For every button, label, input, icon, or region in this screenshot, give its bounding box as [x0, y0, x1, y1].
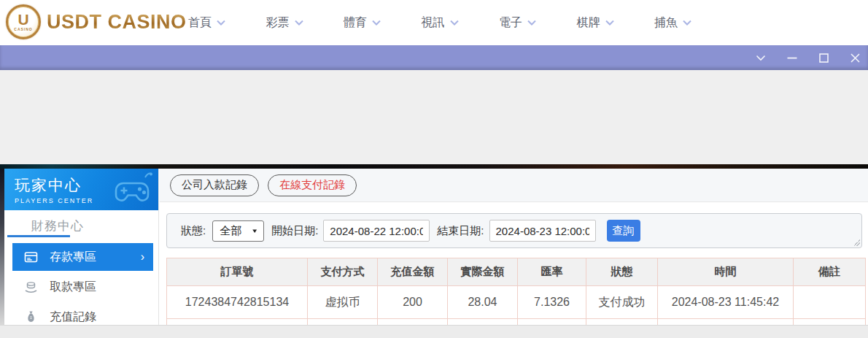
sidebar-item-deposit[interactable]: 存款專區 › — [12, 243, 153, 271]
sidebar-header: 玩家中心 PLAYERS CENTER — [4, 169, 158, 210]
window-controls — [755, 45, 861, 70]
window-minimize-button[interactable] — [786, 52, 798, 64]
sidebar-item-label: 存款專區 — [50, 250, 96, 265]
table-row-partial — [167, 319, 866, 326]
col-time: 時間 — [658, 258, 794, 286]
filter-bar: 狀態: 全部 ▼ 開始日期: 結束日期: 查詢 — [166, 213, 862, 248]
chevron-right-icon: › — [141, 250, 144, 264]
close-icon — [850, 53, 860, 63]
chevron-down-icon — [217, 20, 225, 26]
deposit-card-icon — [24, 250, 38, 264]
money-bag-icon — [24, 310, 38, 323]
minimize-icon — [787, 57, 797, 59]
chevron-down-icon — [450, 20, 459, 26]
window-dropdown-button[interactable] — [755, 52, 767, 64]
nav-item-home[interactable]: 首頁 — [188, 15, 225, 31]
select-caret-icon: ▼ — [251, 228, 258, 234]
cell-order-number: 1724384742815134 — [167, 286, 308, 319]
nav-item-sports[interactable]: 體育 — [344, 15, 381, 31]
resize-grip[interactable] — [853, 239, 860, 246]
brand-emblem-icon: U CASINO — [6, 4, 41, 39]
cell-remark — [794, 286, 866, 319]
footer-band — [0, 325, 868, 338]
players-center-sidebar: 玩家中心 PLAYERS CENTER 財務中心 — [4, 169, 159, 325]
sidebar-item-label: 取款專區 — [50, 280, 96, 295]
main-menu: 首頁 彩票 體育 視訊 電子 棋牌 — [188, 0, 691, 45]
nav-label: 彩票 — [266, 15, 290, 31]
end-date-label: 結束日期: — [437, 224, 484, 238]
section-underline — [7, 235, 70, 237]
record-tabs: 公司入款記錄 在線支付記錄 — [160, 169, 868, 202]
nav-label: 首頁 — [188, 15, 212, 31]
status-select-value: 全部 — [220, 224, 241, 238]
chevron-down-icon — [527, 20, 536, 26]
nav-item-lottery[interactable]: 彩票 — [266, 15, 303, 31]
nav-item-slots[interactable]: 電子 — [499, 15, 536, 31]
chevron-down-icon — [605, 20, 614, 26]
window-titlebar[interactable] — [0, 45, 868, 70]
cell-exchange-rate: 7.1326 — [518, 286, 586, 319]
nav-label: 捕魚 — [654, 15, 678, 31]
chevron-down-icon — [372, 20, 381, 26]
brand-name: USDT CASINO — [47, 11, 187, 34]
emblem-caption: CASINO — [14, 27, 32, 31]
chevron-down-icon — [683, 20, 691, 26]
start-date-input[interactable] — [323, 220, 430, 242]
sidebar-section-finance: 財務中心 — [4, 210, 158, 237]
brand-logo[interactable]: U CASINO USDT CASINO — [6, 4, 187, 39]
sidebar-item-label: 充值記錄 — [50, 310, 96, 325]
nav-item-cards[interactable]: 棋牌 — [577, 15, 614, 31]
payment-records-table: 訂單號 支付方式 充值金額 實際金額 匯率 狀態 時間 備註 172438474… — [166, 258, 866, 325]
sidebar-item-withdraw[interactable]: 取款專區 — [12, 273, 153, 301]
cell-actual-amount: 28.04 — [448, 286, 518, 319]
chevron-down-icon — [295, 20, 303, 26]
sidebar-menu: 存款專區 › 取款專區 充值記錄 — [4, 243, 158, 325]
cell-payment-method: 虚拟币 — [308, 286, 378, 319]
gamepad-icon — [112, 172, 152, 207]
nav-item-video[interactable]: 視訊 — [422, 15, 459, 31]
sidebar-item-recharge-record[interactable]: 充值記錄 — [12, 303, 153, 325]
app-window: U CASINO USDT CASINO 首頁 彩票 體育 視訊 — [0, 0, 868, 338]
withdraw-hand-icon — [24, 280, 38, 293]
cell-status: 支付成功 — [586, 286, 658, 319]
cell-time: 2024-08-23 11:45:42 — [658, 286, 794, 319]
chevron-down-icon — [756, 55, 766, 61]
main-panel: 公司入款記錄 在線支付記錄 狀態: 全部 ▼ 開始日期: 結束日期: 查詢 — [160, 169, 868, 325]
nav-label: 電子 — [499, 15, 522, 31]
table-header-row: 訂單號 支付方式 充值金額 實際金額 匯率 狀態 時間 備註 — [167, 258, 866, 286]
top-navbar: U CASINO USDT CASINO 首頁 彩票 體育 視訊 — [0, 0, 868, 45]
col-payment-method: 支付方式 — [308, 258, 378, 286]
end-date-input[interactable] — [489, 220, 596, 242]
section-label: 財務中心 — [31, 219, 84, 233]
col-status: 狀態 — [586, 258, 658, 286]
col-order-number: 訂單號 — [167, 258, 308, 286]
tab-company-deposit-record[interactable]: 公司入款記錄 — [170, 174, 259, 196]
status-select[interactable]: 全部 ▼ — [212, 220, 264, 242]
window-close-button[interactable] — [849, 52, 861, 64]
status-label: 狀態: — [181, 224, 206, 238]
nav-label: 棋牌 — [577, 15, 600, 31]
cell-recharge-amount: 200 — [378, 286, 448, 319]
page-background-band — [0, 70, 868, 164]
emblem-letter: U — [18, 12, 28, 27]
col-remark: 備註 — [794, 258, 866, 286]
table-row: 1724384742815134 虚拟币 200 28.04 7.1326 支付… — [167, 286, 866, 319]
col-recharge-amount: 充值金額 — [378, 258, 448, 286]
content-area: 玩家中心 PLAYERS CENTER 財務中心 — [0, 169, 868, 325]
nav-label: 視訊 — [422, 15, 445, 31]
col-exchange-rate: 匯率 — [518, 258, 586, 286]
tab-online-payment-record[interactable]: 在線支付記錄 — [268, 174, 357, 196]
start-date-label: 開始日期: — [271, 224, 318, 238]
window-maximize-button[interactable] — [818, 52, 829, 64]
col-actual-amount: 實際金額 — [448, 258, 518, 286]
nav-item-fishing[interactable]: 捕魚 — [654, 15, 691, 31]
maximize-icon — [819, 53, 829, 63]
nav-label: 體育 — [344, 15, 367, 31]
query-button[interactable]: 查詢 — [607, 220, 640, 242]
